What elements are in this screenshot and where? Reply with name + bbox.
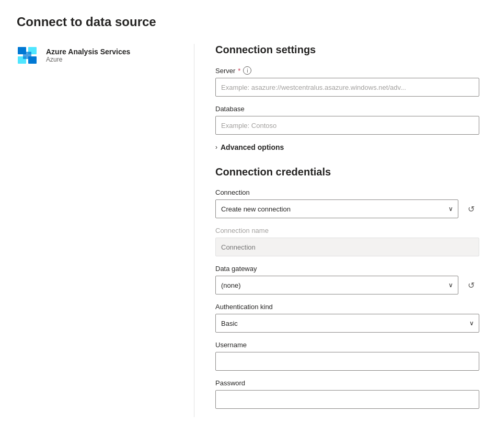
database-field-group: Database bbox=[215, 105, 479, 135]
database-input[interactable] bbox=[215, 116, 479, 135]
advanced-options-label: Advanced options bbox=[221, 143, 284, 151]
auth-kind-field-group: Authentication kind Basic ∨ bbox=[215, 303, 479, 333]
username-field-group: Username bbox=[215, 341, 479, 371]
service-item: Azure Analysis Services Azure bbox=[17, 46, 177, 65]
connection-dropdown[interactable]: Create new connection bbox=[215, 199, 458, 218]
connection-credentials-title: Connection credentials bbox=[215, 166, 479, 178]
connection-name-field-group: Connection name bbox=[215, 227, 479, 256]
page-title: Connect to data source bbox=[17, 15, 479, 29]
advanced-options-toggle[interactable]: › Advanced options bbox=[215, 143, 479, 151]
data-gateway-label: Data gateway bbox=[215, 265, 479, 273]
connection-settings-title: Connection settings bbox=[215, 44, 479, 56]
advanced-options-chevron-icon: › bbox=[215, 144, 217, 151]
username-input[interactable] bbox=[215, 352, 479, 371]
required-indicator: * bbox=[238, 67, 240, 75]
connection-label: Connection bbox=[215, 188, 479, 196]
main-content: Connection settings Server * i Database bbox=[194, 44, 479, 417]
password-field-group: Password bbox=[215, 379, 479, 409]
auth-kind-dropdown-container: Basic ∨ bbox=[215, 314, 479, 333]
data-gateway-dropdown-container: (none) ∨ bbox=[215, 276, 458, 294]
svg-rect-4 bbox=[23, 52, 31, 59]
connection-settings-section: Connection settings Server * i Database bbox=[215, 44, 479, 151]
server-label: Server * i bbox=[215, 66, 479, 75]
database-label: Database bbox=[215, 105, 479, 113]
server-field-group: Server * i bbox=[215, 66, 479, 97]
auth-kind-dropdown[interactable]: Basic bbox=[215, 314, 479, 333]
password-input[interactable] bbox=[215, 390, 479, 409]
auth-kind-label: Authentication kind bbox=[215, 303, 479, 311]
connection-refresh-button[interactable]: ↺ bbox=[463, 201, 479, 217]
data-gateway-refresh-button[interactable]: ↺ bbox=[463, 277, 479, 293]
service-category: Azure bbox=[46, 56, 130, 63]
connection-field-group: Connection Create new connection ∨ ↺ bbox=[215, 188, 479, 218]
sidebar: Azure Analysis Services Azure bbox=[17, 44, 194, 417]
password-label: Password bbox=[215, 379, 479, 387]
connection-dropdown-wrapper: Create new connection ∨ ↺ bbox=[215, 199, 479, 218]
service-info: Azure Analysis Services Azure bbox=[46, 48, 130, 63]
username-label: Username bbox=[215, 341, 479, 349]
azure-analysis-services-icon bbox=[17, 46, 40, 65]
data-gateway-field-group: Data gateway (none) ∨ ↺ bbox=[215, 265, 479, 294]
connection-name-label: Connection name bbox=[215, 227, 479, 234]
data-gateway-dropdown[interactable]: (none) bbox=[215, 276, 458, 294]
data-gateway-dropdown-wrapper: (none) ∨ ↺ bbox=[215, 276, 479, 294]
server-info-icon[interactable]: i bbox=[243, 66, 251, 75]
service-name: Azure Analysis Services bbox=[46, 48, 130, 56]
server-input[interactable] bbox=[215, 78, 479, 97]
connection-credentials-section: Connection credentials Connection Create… bbox=[215, 166, 479, 409]
connection-name-input[interactable] bbox=[215, 238, 479, 256]
connection-dropdown-container: Create new connection ∨ bbox=[215, 199, 458, 218]
